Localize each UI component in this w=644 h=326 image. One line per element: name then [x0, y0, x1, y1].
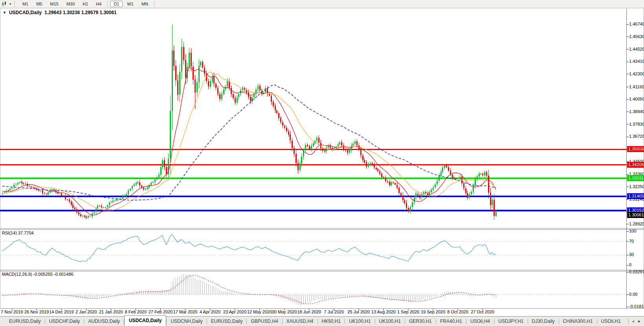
tab-separator [628, 319, 629, 324]
date-tick-26-nov-2019: 26 Nov 2019 [24, 310, 49, 314]
date-tick-17-mar-2020: 17 Mar 2020 [173, 310, 198, 314]
tab-xauusd-h4-7[interactable]: XAUUSD,H4 [283, 317, 317, 326]
timeframe-button-mn[interactable]: MN [138, 1, 152, 7]
price-tick-label: 1.46740 [629, 22, 644, 26]
price-chart-canvas[interactable] [0, 0, 644, 326]
rsi-line [2, 234, 496, 262]
rsi-tick-label: 70 [629, 239, 634, 244]
toolbar-separator [107, 1, 108, 7]
date-tick-23-apr-2020: 23 Apr 2020 [223, 310, 246, 314]
ohlc-values: 1.29643 1.30236 1.29579 1.30061 [44, 10, 117, 15]
tab-usdcnh-daily-4[interactable]: USDCNH,Daily [167, 317, 206, 326]
level-price-label-1.33011: 1.33011 [627, 175, 644, 181]
level-price-label-1.30061: 1.30061 [627, 212, 644, 218]
chart-periods-icon[interactable]: ▼ [2, 1, 12, 7]
rsi-indicator-label: RSI(14) 37.7704 [2, 231, 34, 235]
date-tick-27-feb-2020: 27 Feb 2020 [149, 310, 173, 314]
macd-tick-label: 0.00 [629, 292, 637, 297]
tab-eurusd-daily-5[interactable]: EURUSD,Daily [207, 317, 247, 326]
price-tick-label: 1.45630 [629, 34, 644, 39]
level-price-label-1.31405: 1.31405 [627, 193, 644, 199]
date-tick-25-jul-2020: 25 Jul 2020 [347, 310, 370, 314]
tab-scroll-right-icon[interactable]: ► [638, 319, 641, 323]
tab-usoil-h1-17[interactable]: USOil,H1 [597, 317, 625, 326]
timeframe-button-m30[interactable]: M30 [63, 1, 78, 7]
tab-china300-h1-16[interactable]: CHINA300,H1 [559, 317, 597, 326]
tab-fra40-h1-12[interactable]: FRA40,H1 [436, 317, 466, 326]
tab-usdjpy-h1-14[interactable]: USDJPY,H1 [494, 317, 527, 326]
trading-app-window: ▼ M1M5M15M30H1H4D1W1MN ▼ USDCAD,Daily 1.… [0, 0, 644, 326]
chart-header: ▼ USDCAD,Daily 1.29643 1.30236 1.29579 1… [3, 10, 117, 15]
toolbar-separator [154, 1, 154, 7]
tab-dj30-daily-15[interactable]: DJ30,Daily [528, 317, 559, 326]
date-tick-1-sep-2020: 1 Sep 2020 [397, 310, 419, 314]
date-tick-12-may-2020: 12 May 2020 [247, 310, 272, 314]
chevron-down-icon[interactable]: ▼ [9, 2, 12, 6]
timeframe-button-m1[interactable]: M1 [19, 1, 32, 7]
date-tick-13-aug-2020: 13 Aug 2020 [371, 310, 396, 314]
price-tick-label: 1.43410 [629, 59, 644, 64]
price-tick-label: 1.36720 [629, 134, 644, 139]
symbol-tab-bar: EURUSD,DailyUSDCHF,DailyAUDUSD,DailyUSDC… [0, 316, 644, 326]
date-tick-27-oct-2020: 27 Oct 2020 [471, 310, 494, 314]
price-tick-label: 1.28920 [629, 222, 644, 226]
price-tick-label: 1.32250 [629, 184, 644, 189]
timeframe-button-m15[interactable]: M15 [46, 1, 62, 7]
ma-mid-orange [2, 71, 496, 211]
tab-ger30-h1-11[interactable]: GER30,H1 [405, 317, 436, 326]
price-tick-label: 1.40050 [629, 97, 644, 101]
date-tick-19-sep-2020: 19 Sep 2020 [421, 310, 445, 314]
date-tick-4-apr-2020: 4 Apr 2020 [200, 310, 220, 314]
date-tick-8-oct-2020: 8 Oct 2020 [447, 310, 468, 314]
rsi-tick-label: 0 [629, 262, 631, 267]
tab-scroll-left-icon[interactable]: ◄ [631, 319, 635, 323]
rsi-tick-label: 30 [629, 252, 634, 257]
toolbar-grip[interactable] [14, 1, 17, 7]
timeframe-button-w1[interactable]: W1 [123, 1, 137, 7]
date-tick-30-may-2020: 30 May 2020 [272, 310, 297, 314]
macd-tick-label: -0.018154 [629, 304, 644, 309]
tab-scroll-arrows: ◄► [625, 319, 644, 324]
date-tick-18-jun-2020: 18 Jun 2020 [297, 310, 321, 314]
mini-candles-icon [2, 1, 8, 7]
price-tick-label: 1.42300 [629, 71, 644, 76]
price-tick-label: 1.38940 [629, 109, 644, 114]
macd-signal-line [2, 275, 496, 304]
timeframe-button-h4[interactable]: H4 [92, 1, 105, 7]
timeframe-button-m5[interactable]: M5 [33, 1, 46, 7]
date-tick-8-feb-2020: 8 Feb 2020 [125, 310, 147, 314]
timeframe-button-h1[interactable]: H1 [79, 1, 92, 7]
price-tick-label: 1.44520 [629, 47, 644, 51]
tab-gbpusd-h4-6[interactable]: GBPUSD,H4 [247, 317, 282, 326]
macd-indicator-label: MACD(12,26,9) -0.005255 -0.001486 [2, 272, 73, 277]
tab-hk50-h1-8[interactable]: HK50,H1 [318, 317, 345, 326]
macd-tick-label: 0.032972 [629, 269, 644, 274]
macd-histogram [3, 274, 496, 305]
timeframe-toolbar: ▼ M1M5M15M30H1H4D1W1MN [0, 0, 644, 8]
ma-slow-blue [2, 85, 496, 200]
tab-usdchf-daily-1[interactable]: USDCHF,Daily [45, 317, 84, 326]
date-tick-2-jan-2020: 2 Jan 2020 [75, 310, 97, 314]
rsi-tick-label: 100 [629, 229, 636, 233]
date-tick-7-jul-2020: 7 Jul 2020 [324, 310, 344, 314]
tab-audusd-daily-2[interactable]: AUDUSD,Daily [84, 317, 124, 326]
tab-usoil-h4-13[interactable]: USOil,H4 [466, 317, 494, 326]
tab-uk100-h1-10[interactable]: UK100,H1 [375, 317, 405, 326]
price-tick-label: 1.41160 [629, 84, 644, 89]
level-price-label-1.35606: 1.35606 [627, 146, 644, 152]
date-tick-21-jan-2020: 21 Jan 2020 [99, 310, 123, 314]
tab-usdcad-daily-3[interactable]: USDCAD,Daily [124, 315, 166, 326]
date-tick-7-nov-2019: 7 Nov 2019 [1, 310, 23, 314]
tab-uk100-h1-9[interactable]: UK100,H1 [345, 317, 374, 326]
tab-eurusd-daily-0[interactable]: EURUSD,Daily [5, 317, 45, 326]
level-price-label-1.34206: 1.34206 [627, 162, 644, 168]
timeframe-button-d1[interactable]: D1 [110, 1, 123, 7]
price-tick-label: 1.37830 [629, 122, 644, 126]
symbol-title: USDCAD,Daily [9, 10, 42, 15]
date-tick-14-dec-2019: 14 Dec 2019 [49, 310, 73, 314]
symbol-dropdown-icon[interactable]: ▼ [3, 11, 6, 15]
